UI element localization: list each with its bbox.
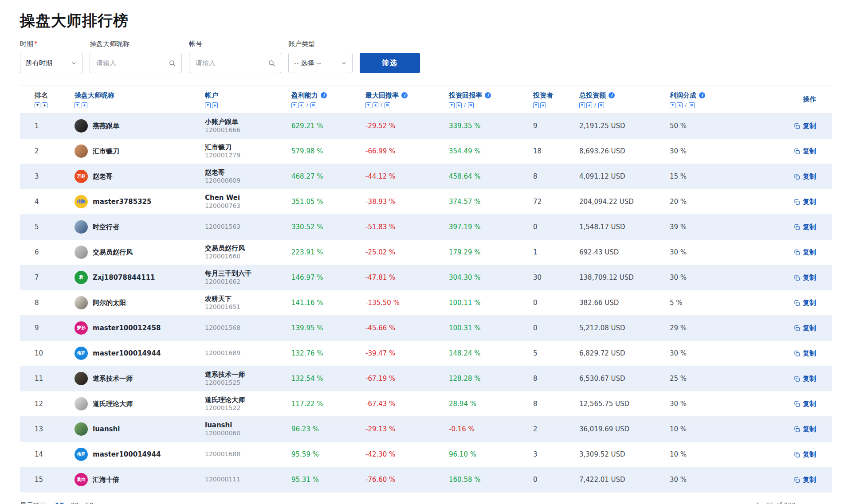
account-type-select[interactable]: -- 选择 --: [288, 53, 353, 73]
avatar[interactable]: 晨白: [75, 473, 88, 486]
copy-button[interactable]: 复制: [793, 425, 816, 434]
page-size-option-30[interactable]: 30: [71, 502, 79, 504]
avatar[interactable]: 君: [75, 271, 88, 284]
avatar[interactable]: 万赵: [75, 170, 88, 183]
avatar[interactable]: [75, 220, 88, 234]
sort-asc-icon[interactable]: ▲: [677, 102, 683, 108]
column-header-rank[interactable]: 排名 ▼▲: [20, 91, 60, 108]
nickname-label[interactable]: 交易员赵行风: [93, 248, 133, 257]
filter-icon[interactable]: ▦: [385, 102, 390, 108]
sort-asc-icon[interactable]: ▲: [298, 102, 304, 108]
filter-icon[interactable]: ▦: [468, 102, 474, 108]
info-icon[interactable]: i: [401, 92, 408, 98]
sort-desc-icon[interactable]: ▼: [35, 102, 40, 108]
sort-desc-icon[interactable]: ▼: [533, 102, 539, 108]
sort-asc-icon[interactable]: ▲: [82, 102, 87, 108]
nickname-label[interactable]: master100014944: [93, 450, 161, 458]
sort-desc-icon[interactable]: ▼: [205, 102, 211, 108]
period-select[interactable]: 所有时期: [20, 53, 82, 73]
column-header-nickname[interactable]: 操盘大师昵称 ▼▲: [60, 91, 190, 108]
nickname-label[interactable]: 道系技术一师: [93, 375, 133, 383]
nickname-label[interactable]: master100014944: [93, 349, 161, 357]
copy-button[interactable]: 复制: [793, 400, 816, 408]
copy-button[interactable]: 复制: [793, 349, 816, 358]
copy-button[interactable]: 复制: [793, 476, 816, 484]
avatar[interactable]: [75, 397, 88, 410]
page-size-option-15[interactable]: 15: [55, 502, 64, 504]
column-header-profit[interactable]: 盈利能力i ▼▲/▦: [277, 91, 351, 108]
account-input[interactable]: [195, 59, 268, 67]
sort-desc-icon[interactable]: ▼: [365, 102, 371, 108]
sort-asc-icon[interactable]: ▲: [456, 102, 462, 108]
column-header-drawdown[interactable]: 最大回撤率i ▼▲/▦: [351, 91, 434, 108]
column-header-account[interactable]: 帐户 ▼▲: [190, 91, 277, 108]
filter-icon[interactable]: ▦: [310, 102, 316, 108]
nickname-label[interactable]: master100012458: [93, 324, 161, 332]
avatar[interactable]: [75, 145, 88, 158]
avatar[interactable]: 伟罗: [75, 347, 88, 360]
account-type-label-text: 账户类型: [288, 40, 315, 48]
nickname-cell: 道氏理论大师: [60, 397, 190, 410]
info-icon[interactable]: i: [485, 92, 491, 98]
copy-label: 复制: [803, 476, 816, 484]
sort-desc-icon[interactable]: ▼: [291, 102, 297, 108]
nickname-label[interactable]: master3785325: [93, 198, 151, 206]
nickname-label[interactable]: 汇海十倍: [93, 476, 119, 484]
avatar[interactable]: 梦孙: [75, 321, 88, 335]
account-cell: 交易员赵行风 120001660: [190, 244, 277, 260]
info-icon[interactable]: i: [609, 92, 615, 98]
nickname-label[interactable]: 时空行者: [93, 223, 119, 231]
copy-button[interactable]: 复制: [793, 223, 816, 231]
copy-button[interactable]: 复制: [793, 450, 816, 459]
copy-button[interactable]: 复制: [793, 172, 816, 181]
column-header-roi[interactable]: 投资回报率i ▼▲/▦: [434, 91, 518, 108]
info-icon[interactable]: i: [321, 92, 327, 98]
nickname-label[interactable]: 道氏理论大师: [93, 400, 133, 408]
sort-asc-icon[interactable]: ▲: [212, 102, 218, 108]
filter-icon[interactable]: ▦: [598, 102, 604, 108]
copy-button[interactable]: 复制: [793, 248, 816, 257]
column-header-total[interactable]: 总投资额i ▼▲/▦: [565, 91, 655, 108]
avatar[interactable]: [75, 246, 88, 259]
sort-desc-icon[interactable]: ▼: [670, 102, 675, 108]
copy-button[interactable]: 复制: [793, 198, 816, 206]
rank-value: 7: [35, 273, 39, 281]
nickname-label[interactable]: 燕燕跟单: [93, 122, 119, 130]
column-header-investors[interactable]: 投资者 ▼▲: [518, 91, 565, 108]
nickname-label[interactable]: 阿尔的太阳: [93, 299, 126, 307]
nickname-label[interactable]: 汇市镰刀: [93, 147, 119, 156]
sort-desc-icon[interactable]: ▼: [75, 102, 80, 108]
copy-button[interactable]: 复制: [793, 299, 816, 307]
copy-button[interactable]: 复制: [793, 122, 816, 130]
sort-asc-icon[interactable]: ▲: [373, 102, 378, 108]
investors-value: 8: [533, 375, 538, 383]
sort-desc-icon[interactable]: ▼: [449, 102, 455, 108]
nickname-input[interactable]: [95, 59, 169, 67]
copy-button[interactable]: 复制: [793, 147, 816, 156]
filter-submit-button[interactable]: 筛选: [360, 53, 420, 73]
info-icon[interactable]: i: [699, 92, 705, 98]
sort-asc-icon[interactable]: ▲: [586, 102, 592, 108]
nickname-label[interactable]: Zxj18078844111: [93, 273, 155, 281]
sort-asc-icon[interactable]: ▲: [540, 102, 546, 108]
copy-button[interactable]: 复制: [793, 273, 816, 282]
investors-value: 1: [533, 248, 538, 256]
nickname-label[interactable]: luanshi: [93, 425, 120, 433]
search-icon[interactable]: [268, 59, 275, 67]
sort-desc-icon[interactable]: ▼: [579, 102, 585, 108]
nickname-cell: 时空行者: [60, 220, 190, 234]
avatar[interactable]: [75, 119, 88, 133]
nickname-label[interactable]: 赵老哥: [93, 172, 113, 181]
sort-asc-icon[interactable]: ▲: [42, 102, 47, 108]
search-icon[interactable]: [169, 59, 176, 67]
avatar[interactable]: [75, 296, 88, 309]
avatar[interactable]: [75, 372, 88, 385]
copy-button[interactable]: 复制: [793, 375, 816, 383]
filter-icon[interactable]: ▦: [689, 102, 695, 108]
copy-button[interactable]: 复制: [793, 324, 816, 332]
avatar[interactable]: 伟罗: [75, 448, 88, 461]
page-size-option-50[interactable]: 50: [85, 502, 94, 504]
avatar[interactable]: [75, 422, 88, 436]
column-header-share[interactable]: 利润分成i ▼▲/▦: [655, 91, 737, 108]
avatar[interactable]: 伟陈: [75, 195, 88, 208]
